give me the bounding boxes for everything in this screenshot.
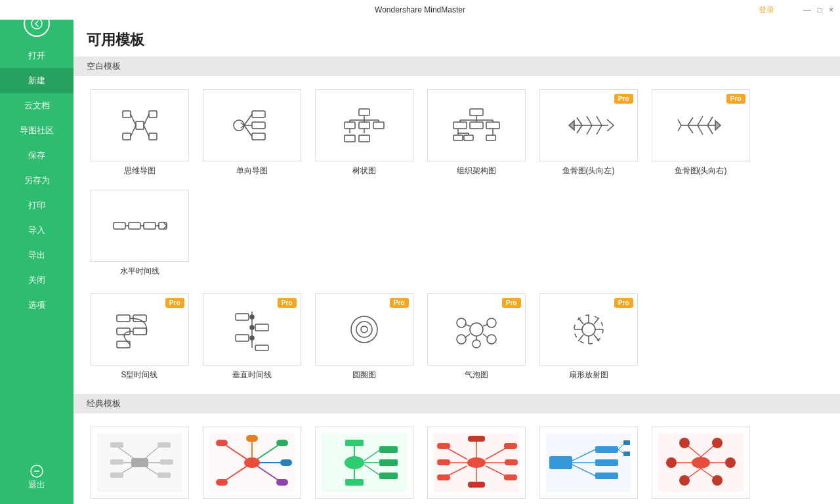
template-htimeline[interactable]: 水平时间线 xyxy=(89,190,190,277)
svg-rect-165 xyxy=(468,482,485,488)
svg-point-194 xyxy=(712,475,723,486)
sidebar-item-saveas[interactable]: 另存为 xyxy=(0,168,74,193)
sidebar-item-cloud[interactable]: 云文档 xyxy=(0,93,74,118)
pro-badge-circle: Pro xyxy=(390,298,409,308)
classic-template-grid: MindMaster Introduct... xyxy=(74,413,840,504)
template-thumb-mindmaster-intro[interactable] xyxy=(91,427,189,499)
template-case-study[interactable]: Case Study xyxy=(537,427,639,504)
close-button[interactable]: × xyxy=(829,5,833,14)
svg-rect-37 xyxy=(453,135,463,140)
template-thumb-stimeline[interactable]: Pro xyxy=(91,293,189,366)
template-fishbone-left[interactable]: Pro 鱼 xyxy=(537,89,639,177)
pro-badge-radiation: Pro xyxy=(614,298,633,308)
svg-point-190 xyxy=(712,438,723,448)
svg-line-62 xyxy=(688,125,693,133)
svg-point-189 xyxy=(679,438,690,448)
svg-point-101 xyxy=(582,323,595,336)
template-bubble[interactable]: Pro 气泡图 xyxy=(425,293,527,381)
minimize-button[interactable]: — xyxy=(803,5,811,14)
svg-rect-35 xyxy=(470,122,483,129)
svg-rect-179 xyxy=(623,440,630,445)
page-title: 可用模板 xyxy=(74,20,840,56)
sidebar-item-open[interactable]: 打开 xyxy=(0,43,74,68)
app-title: Wondershare MindMaster xyxy=(375,5,465,14)
template-circle[interactable]: Pro 圆圈图 xyxy=(313,293,415,381)
maximize-button[interactable]: □ xyxy=(818,5,822,14)
sidebar-item-close[interactable]: 关闭 xyxy=(0,268,74,293)
svg-rect-119 xyxy=(110,459,123,465)
svg-rect-121 xyxy=(158,442,171,448)
template-5w1h[interactable]: 5W1H Mind Map xyxy=(201,427,303,504)
svg-rect-148 xyxy=(379,472,398,479)
svg-rect-5 xyxy=(123,133,131,140)
template-thumb-htimeline[interactable] xyxy=(91,190,189,262)
svg-rect-74 xyxy=(117,315,130,322)
sidebar-item-community[interactable]: 导图社区 xyxy=(0,118,74,143)
svg-rect-80 xyxy=(236,314,249,320)
svg-rect-20 xyxy=(345,122,355,129)
template-thumb-5w1h[interactable] xyxy=(203,427,301,499)
template-thumb-vtimeline[interactable]: Pro xyxy=(203,293,301,366)
template-label-org: 组织架构图 xyxy=(457,165,496,177)
svg-rect-13 xyxy=(252,111,265,117)
svg-rect-69 xyxy=(144,222,156,229)
template-thumb-oneway[interactable] xyxy=(203,89,301,161)
template-thumb-cost-benefits[interactable] xyxy=(315,427,413,499)
register-button[interactable]: 登录 xyxy=(759,5,774,16)
svg-line-98 xyxy=(465,334,470,338)
svg-rect-147 xyxy=(379,459,398,466)
template-thumb-english-pos[interactable] xyxy=(427,427,526,499)
svg-rect-7 xyxy=(149,133,157,140)
sidebar-item-export[interactable]: 导出 xyxy=(0,243,74,268)
sidebar-item-print[interactable]: 打印 xyxy=(0,193,74,218)
svg-rect-133 xyxy=(216,440,228,446)
svg-point-87 xyxy=(351,316,377,343)
template-label-radiation: 扇形放射图 xyxy=(569,369,608,381)
template-thumb-radiation[interactable]: Pro xyxy=(539,293,638,366)
sidebar-item-exit[interactable]: 退出 xyxy=(0,458,74,497)
svg-rect-150 xyxy=(345,479,364,486)
template-english-pos[interactable]: English Part Of Speech xyxy=(425,427,527,504)
sidebar-item-save[interactable]: 保存 xyxy=(0,143,74,168)
title-bar: Wondershare MindMaster 登录 — □ × xyxy=(0,0,840,20)
sidebar-item-options[interactable]: 选项 xyxy=(0,293,74,318)
template-thumb-avoid-frag[interactable] xyxy=(652,427,750,499)
template-tree[interactable]: 树状图 xyxy=(313,89,415,177)
template-thumb-circle[interactable]: Pro xyxy=(315,293,413,366)
svg-line-18 xyxy=(244,125,252,136)
template-thumb-mindmap[interactable] xyxy=(91,89,189,161)
template-fishbone-right[interactable]: Pro 鱼 xyxy=(650,89,751,177)
svg-point-193 xyxy=(679,475,690,486)
svg-rect-149 xyxy=(345,440,364,446)
svg-point-81 xyxy=(250,315,254,319)
template-thumb-tree[interactable] xyxy=(315,89,413,161)
svg-line-107 xyxy=(578,335,583,341)
sidebar-label-options: 选项 xyxy=(28,299,45,311)
template-thumb-org[interactable] xyxy=(427,89,526,161)
main-content: 可用模板 空白模板 xyxy=(74,20,840,504)
svg-line-103 xyxy=(594,318,599,324)
svg-point-95 xyxy=(472,340,480,348)
template-thumb-bubble[interactable]: Pro xyxy=(427,293,526,366)
template-thumb-fishbone-right[interactable]: Pro xyxy=(652,89,750,161)
blank-template-grid: 思维导图 单向导图 xyxy=(74,76,840,290)
sidebar-item-import[interactable]: 导入 xyxy=(0,218,74,243)
template-cost-benefits[interactable]: Cost-Benefits Analysis xyxy=(313,427,415,504)
template-thumb-case-study[interactable] xyxy=(539,427,638,499)
sidebar-label-cloud: 云文档 xyxy=(24,100,50,112)
template-mindmap[interactable]: 思维导图 xyxy=(89,89,190,177)
svg-line-53 xyxy=(577,117,582,125)
template-stimeline[interactable]: Pro S型时间线 xyxy=(89,293,190,381)
template-vtimeline[interactable]: Pro 垂直时间线 xyxy=(201,293,303,381)
svg-point-90 xyxy=(470,323,483,336)
sidebar-item-new[interactable]: 新建 xyxy=(0,68,74,93)
template-org[interactable]: 组织架构图 xyxy=(425,89,527,177)
template-avoid-frag[interactable]: Avoid Fragmentation xyxy=(650,427,751,504)
template-radiation[interactable]: Pro 扇 xyxy=(537,293,639,381)
content-area[interactable]: 空白模板 思维导图 xyxy=(74,56,840,504)
template-mindmaster-intro[interactable]: MindMaster Introduct... xyxy=(89,427,190,504)
template-thumb-fishbone-left[interactable]: Pro xyxy=(539,89,638,161)
template-label-circle: 圆圈图 xyxy=(352,369,376,381)
svg-rect-4 xyxy=(123,111,131,117)
template-oneway[interactable]: 单向导图 xyxy=(201,89,303,177)
